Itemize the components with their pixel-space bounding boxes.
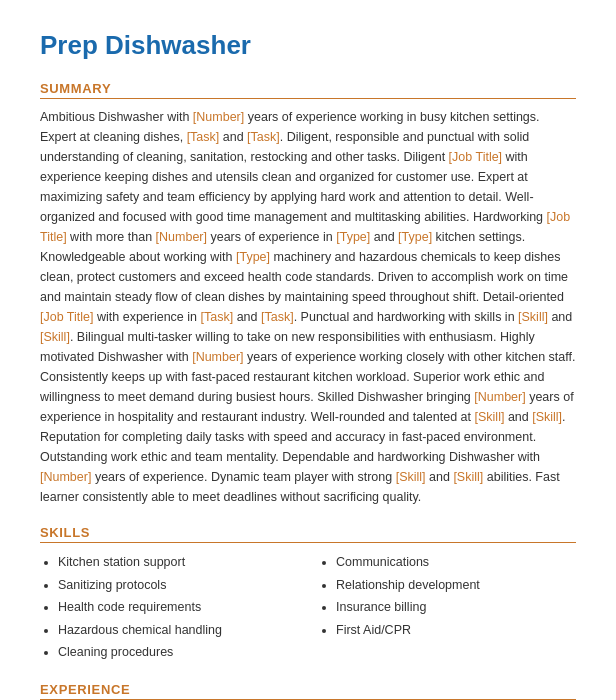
placeholder-text: [Skill] bbox=[40, 330, 70, 344]
experience-section: EXPERIENCE Prep Dishwasher, Walt Disney … bbox=[40, 682, 576, 701]
skill-item: Health code requirements bbox=[58, 596, 298, 619]
placeholder-text: [Type] bbox=[236, 250, 270, 264]
placeholder-text: [Number] bbox=[192, 350, 243, 364]
placeholder-text: [Skill] bbox=[532, 410, 562, 424]
summary-heading: SUMMARY bbox=[40, 81, 576, 99]
placeholder-text: [Task] bbox=[261, 310, 294, 324]
placeholder-text: [Number] bbox=[156, 230, 207, 244]
skill-item: First Aid/CPR bbox=[336, 619, 576, 642]
placeholder-text: [Job Title] bbox=[449, 150, 503, 164]
skill-item: Communications bbox=[336, 551, 576, 574]
placeholder-text: [Type] bbox=[336, 230, 370, 244]
experience-heading: EXPERIENCE bbox=[40, 682, 576, 700]
placeholder-text: [Number] bbox=[193, 110, 244, 124]
placeholder-text: [Task] bbox=[201, 310, 234, 324]
skill-item: Sanitizing protocols bbox=[58, 574, 298, 597]
placeholder-text: [Skill] bbox=[475, 410, 505, 424]
placeholder-text: [Task] bbox=[187, 130, 220, 144]
skills-columns: Kitchen station supportSanitizing protoc… bbox=[40, 551, 576, 664]
placeholder-text: [Number] bbox=[40, 470, 91, 484]
skills-heading: SKILLS bbox=[40, 525, 576, 543]
skills-section: SKILLS Kitchen station supportSanitizing… bbox=[40, 525, 576, 664]
summary-section: SUMMARY Ambitious Dishwasher with [Numbe… bbox=[40, 81, 576, 507]
placeholder-text: [Skill] bbox=[518, 310, 548, 324]
skill-item: Hazardous chemical handling bbox=[58, 619, 298, 642]
placeholder-text: [Type] bbox=[398, 230, 432, 244]
skills-left-col: Kitchen station supportSanitizing protoc… bbox=[40, 551, 298, 664]
placeholder-text: [Skill] bbox=[453, 470, 483, 484]
placeholder-text: [Skill] bbox=[396, 470, 426, 484]
placeholder-text: [Number] bbox=[474, 390, 525, 404]
page-title: Prep Dishwasher bbox=[40, 30, 576, 61]
skill-item: Insurance billing bbox=[336, 596, 576, 619]
skill-item: Cleaning procedures bbox=[58, 641, 298, 664]
placeholder-text: [Job Title] bbox=[40, 310, 94, 324]
summary-text: Ambitious Dishwasher with [Number] years… bbox=[40, 107, 576, 507]
placeholder-text: [Task] bbox=[247, 130, 280, 144]
skills-right-col: CommunicationsRelationship developmentIn… bbox=[318, 551, 576, 664]
skill-item: Relationship development bbox=[336, 574, 576, 597]
placeholder-text: [Job Title] bbox=[40, 210, 570, 244]
skill-item: Kitchen station support bbox=[58, 551, 298, 574]
